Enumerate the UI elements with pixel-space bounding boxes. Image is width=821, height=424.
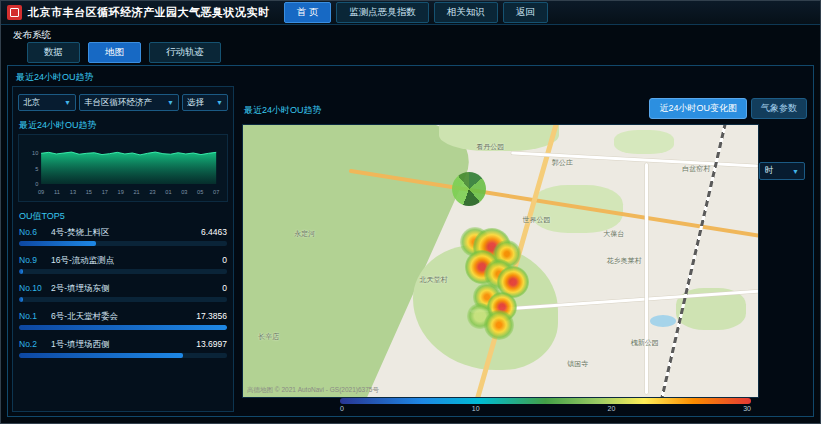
nav-button[interactable]: 首 页: [284, 2, 332, 23]
x-axis-tick: 09: [38, 189, 44, 195]
nav-button[interactable]: 返回: [503, 2, 548, 23]
top5-title: OU值TOP5: [19, 210, 233, 223]
map-mode-button[interactable]: 气象参数: [751, 98, 807, 119]
map-label: 看丹公园: [476, 142, 504, 152]
x-axis-tick: 15: [86, 189, 92, 195]
trend-chart: 1050091113151719212301030507: [18, 134, 228, 202]
x-axis-tick: 23: [149, 189, 155, 195]
top5-row: No.2 1号-填埋场西侧 13.6997: [19, 339, 227, 358]
value-bar: [19, 241, 96, 246]
station-name: 16号-流动监测点: [51, 255, 218, 267]
hour-select-value: 时: [765, 165, 774, 177]
rank-label: No.1: [19, 311, 47, 321]
rank-label: No.9: [19, 255, 47, 265]
view-tab[interactable]: 地图: [88, 42, 141, 63]
x-axis-tick: 21: [133, 189, 139, 195]
value-bar-track: [19, 297, 227, 302]
x-axis-tick: 07: [213, 189, 219, 195]
select-value: 北京: [23, 97, 40, 109]
left-panel: 北京 ▼ 丰台区循环经济产 ▼ 选择 ▼ 最近24小时OU趋势: [12, 86, 234, 412]
map-label: 槐新公园: [631, 338, 659, 348]
panel-title: 最近24小时OU趋势: [16, 71, 94, 84]
value-bar-track: [19, 325, 227, 330]
heat-blob: [484, 310, 514, 340]
main-panel: 最近24小时OU趋势 北京 ▼ 丰台区循环经济产 ▼ 选择 ▼ 最近24小时OU…: [7, 65, 814, 417]
station-value: 13.6997: [196, 339, 227, 349]
map-mode-buttons: 近24小时OU变化图气象参数: [649, 98, 807, 119]
map-label: 花乡奥莱村: [607, 256, 642, 266]
chevron-down-icon: ▼: [792, 168, 799, 175]
filter-select[interactable]: 丰台区循环经济产 ▼: [79, 94, 179, 111]
legend-gradient-bar: [340, 398, 751, 404]
top5-row: No.10 2号-填埋场东侧 0: [19, 283, 227, 302]
filter-select[interactable]: 北京 ▼: [18, 94, 76, 111]
view-tabs: 数据地图行动轨迹: [27, 42, 221, 63]
station-value: 0: [222, 283, 227, 293]
map-label: 镇国寺: [567, 359, 588, 369]
value-bar-track: [19, 269, 227, 274]
road: [645, 163, 648, 394]
x-axis-tick: 03: [181, 189, 187, 195]
top5-row: No.6 4号-焚烧上料区 6.4463: [19, 227, 227, 246]
heat-legend: 0102030: [340, 398, 751, 412]
app-logo: [7, 5, 22, 20]
map-mode-button[interactable]: 近24小时OU变化图: [649, 98, 747, 119]
map-canvas[interactable]: 看丹公园郭公庄白盆窑村世界公园大葆台花乡奥莱村北天堂村槐新公园镇国寺长辛店永定河…: [242, 124, 759, 398]
legend-tick: 10: [472, 405, 480, 412]
value-bar: [19, 269, 23, 274]
filter-select[interactable]: 选择 ▼: [182, 94, 228, 111]
select-value: 选择: [187, 97, 204, 109]
map-label: 长辛店: [258, 332, 279, 342]
nav-button[interactable]: 相关知识: [434, 2, 498, 23]
top5-row-line: No.2 1号-填埋场西侧 13.6997: [19, 339, 227, 351]
trend-chart-svg: 1050091113151719212301030507: [21, 137, 225, 201]
x-axis-tick: 01: [165, 189, 171, 195]
map-label: 永定河: [294, 229, 315, 239]
value-bar-track: [19, 353, 227, 358]
app-title: 北京市丰台区循环经济产业园大气恶臭状况实时: [28, 5, 270, 20]
pond: [650, 315, 676, 327]
legend-ticks: 0102030: [340, 405, 751, 412]
map-label: 北天堂村: [420, 275, 448, 285]
park-area: [614, 130, 674, 154]
y-axis-tick: 5: [35, 166, 38, 172]
top5-row: No.1 6号-北天堂村委会 17.3856: [19, 311, 227, 330]
rank-label: No.2: [19, 339, 47, 349]
select-value: 丰台区循环经济产: [84, 97, 152, 109]
value-bar: [19, 325, 227, 330]
top-header: 北京市丰台区循环经济产业园大气恶臭状况实时 首 页监测点恶臭指数相关知识返回: [1, 1, 820, 25]
nav-button[interactable]: 监测点恶臭指数: [336, 2, 429, 23]
publish-system-label: 发布系统: [13, 29, 51, 42]
top5-row-line: No.6 4号-焚烧上料区 6.4463: [19, 227, 227, 239]
top5-row: No.9 16号-流动监测点 0: [19, 255, 227, 274]
x-axis-tick: 05: [197, 189, 203, 195]
view-tab[interactable]: 数据: [27, 42, 80, 63]
chevron-down-icon: ▼: [64, 99, 71, 106]
app-root: 北京市丰台区循环经济产业园大气恶臭状况实时 首 页监测点恶臭指数相关知识返回 发…: [0, 0, 821, 424]
filter-selects: 北京 ▼ 丰台区循环经济产 ▼ 选择 ▼: [18, 94, 228, 111]
x-axis-tick: 17: [102, 189, 108, 195]
station-value: 17.3856: [196, 311, 227, 321]
map-label: 大葆台: [603, 229, 624, 239]
hour-select[interactable]: 时 ▼: [759, 162, 805, 180]
top5-row-line: No.10 2号-填埋场东侧 0: [19, 283, 227, 295]
map-label: 世界公园: [523, 215, 551, 225]
value-bar: [19, 297, 23, 302]
x-axis-tick: 19: [118, 189, 124, 195]
station-value: 0: [222, 255, 227, 265]
legend-tick: 30: [743, 405, 751, 412]
station-value: 6.4463: [201, 227, 227, 237]
top5-row-line: No.9 16号-流动监测点 0: [19, 255, 227, 267]
map-attribution: 高德地图 © 2021 AutoNavi - GS(2021)6375号: [247, 386, 379, 395]
value-bar: [19, 353, 183, 358]
rank-label: No.6: [19, 227, 47, 237]
legend-tick: 20: [607, 405, 615, 412]
chevron-down-icon: ▼: [216, 99, 223, 106]
x-axis-tick: 11: [54, 189, 60, 195]
main-nav: 首 页监测点恶臭指数相关知识返回: [284, 2, 553, 23]
top5-list: No.6 4号-焚烧上料区 6.4463 No.9 16号-流动监测点 0: [19, 227, 227, 358]
view-tab[interactable]: 行动轨迹: [149, 42, 221, 63]
station-name: 6号-北天堂村委会: [51, 311, 192, 323]
station-name: 2号-填埋场东侧: [51, 283, 218, 295]
map-label: 郭公庄: [552, 158, 573, 168]
